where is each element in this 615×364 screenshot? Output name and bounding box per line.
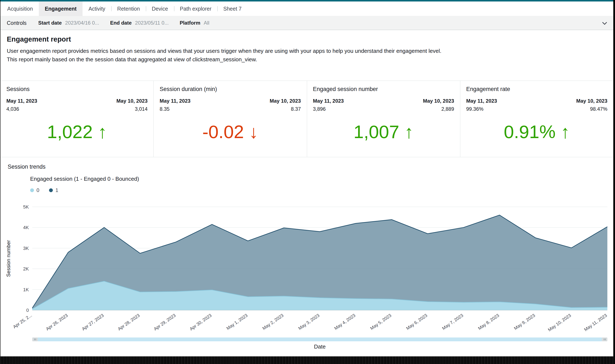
kpi-current-date: May 11, 2023 bbox=[6, 98, 37, 104]
svg-text:2K: 2K bbox=[23, 266, 29, 272]
kpi-delta: 1,022 ↑ bbox=[6, 121, 147, 142]
svg-text:Apr 28, 2023: Apr 28, 2023 bbox=[117, 313, 141, 331]
kpi-card-engaged-sessions: Engaged session number May 11, 2023 3,89… bbox=[307, 81, 460, 157]
svg-text:Apr 25, 2...: Apr 25, 2... bbox=[12, 313, 33, 329]
report-description-line2: This report mainly based on the the sess… bbox=[7, 55, 607, 64]
end-date-value[interactable]: 2023/05/11 0... bbox=[135, 20, 169, 26]
svg-text:Apr 26, 2023: Apr 26, 2023 bbox=[45, 313, 69, 331]
top-accent-strip bbox=[0, 0, 613, 1]
platform-label: Platform bbox=[180, 20, 200, 26]
legend-item-bounced[interactable]: 0 bbox=[30, 187, 39, 193]
start-date-control[interactable]: Start date 2023/04/16 0... bbox=[38, 20, 99, 26]
controls-title: Controls bbox=[7, 20, 26, 26]
scrollbar-grip-left[interactable] bbox=[32, 338, 38, 341]
scrollbar-grip-right[interactable] bbox=[602, 338, 607, 341]
end-date-label: End date bbox=[110, 20, 131, 26]
collapse-controls-button[interactable] bbox=[601, 19, 609, 27]
kpi-current-date: May 11, 2023 bbox=[313, 98, 344, 104]
tab-retention[interactable]: Retention bbox=[111, 1, 146, 16]
kpi-card-sessions: Sessions May 11, 2023 4,036 May 10, 2023… bbox=[0, 81, 153, 157]
session-trends-section: Session trends Engaged session (1 - Enga… bbox=[0, 157, 613, 350]
kpi-delta: -0.02 ↓ bbox=[160, 121, 301, 142]
chart-horizontal-scrollbar[interactable] bbox=[32, 338, 607, 341]
chart-legend: 0 1 bbox=[30, 187, 613, 193]
kpi-previous-date: May 10, 2023 bbox=[116, 98, 147, 104]
svg-text:4K: 4K bbox=[23, 225, 29, 230]
start-date-value[interactable]: 2023/04/16 0... bbox=[65, 20, 99, 26]
legend-label: 1 bbox=[55, 187, 58, 193]
legend-item-engaged[interactable]: 1 bbox=[49, 187, 58, 193]
kpi-title: Session duration (min) bbox=[160, 86, 301, 92]
svg-text:Apr 27, 2023: Apr 27, 2023 bbox=[81, 313, 105, 331]
report-header: Engagement report User engagemetn report… bbox=[0, 30, 613, 81]
report-description-line1: User engagemetn report provides metrics … bbox=[7, 47, 607, 55]
kpi-title: Engaged session number bbox=[313, 86, 454, 92]
x-axis-title: Date bbox=[32, 343, 607, 350]
svg-text:May 2, 2023: May 2, 2023 bbox=[262, 313, 284, 331]
kpi-current-value: 8.35 bbox=[160, 106, 190, 112]
tab-device[interactable]: Device bbox=[146, 1, 174, 16]
section-title: Session trends bbox=[0, 157, 613, 170]
start-date-label: Start date bbox=[38, 20, 62, 26]
end-date-control[interactable]: End date 2023/05/11 0... bbox=[110, 20, 169, 26]
svg-text:May 5, 2023: May 5, 2023 bbox=[369, 313, 392, 331]
svg-text:May 3, 2023: May 3, 2023 bbox=[297, 313, 320, 331]
page-title: Engagement report bbox=[7, 35, 607, 43]
kpi-current-value: 3,896 bbox=[313, 106, 344, 112]
svg-text:May 11, 2023: May 11, 2023 bbox=[583, 313, 608, 332]
svg-text:0: 0 bbox=[26, 308, 29, 313]
tab-activity[interactable]: Activity bbox=[83, 1, 111, 16]
svg-text:May 8, 2023: May 8, 2023 bbox=[477, 313, 500, 331]
scrollbar-thumb[interactable] bbox=[38, 338, 602, 341]
svg-text:3K: 3K bbox=[23, 246, 29, 251]
kpi-current-value: 99.36% bbox=[466, 106, 497, 112]
kpi-previous-value: 98.47% bbox=[576, 106, 607, 112]
tab-engagement[interactable]: Engagement bbox=[39, 1, 83, 16]
platform-value[interactable]: All bbox=[204, 20, 209, 26]
kpi-title: Sessions bbox=[6, 86, 147, 92]
svg-text:May 4, 2023: May 4, 2023 bbox=[333, 313, 356, 331]
kpi-previous-value: 3,014 bbox=[116, 106, 147, 112]
svg-text:May 10, 2023: May 10, 2023 bbox=[547, 313, 572, 332]
bottom-noise-strip bbox=[0, 356, 615, 364]
kpi-row: Sessions May 11, 2023 4,036 May 10, 2023… bbox=[0, 81, 613, 157]
legend-swatch-engaged bbox=[49, 188, 53, 192]
kpi-title: Engagement rate bbox=[466, 86, 607, 92]
svg-text:May 7, 2023: May 7, 2023 bbox=[441, 313, 464, 331]
kpi-previous-value: 2,889 bbox=[423, 106, 454, 112]
chevron-down-icon bbox=[601, 20, 608, 27]
kpi-current-value: 4,036 bbox=[6, 106, 37, 112]
controls-bar: Controls Start date 2023/04/16 0... End … bbox=[0, 16, 613, 30]
svg-text:May 6, 2023: May 6, 2023 bbox=[405, 313, 428, 331]
svg-text:May 1, 2023: May 1, 2023 bbox=[226, 313, 249, 331]
svg-text:5K: 5K bbox=[23, 204, 29, 209]
tab-sheet-7[interactable]: Sheet 7 bbox=[217, 1, 248, 16]
svg-text:May 9, 2023: May 9, 2023 bbox=[513, 313, 536, 331]
kpi-card-engagement-rate: Engagement rate May 11, 2023 99.36% May … bbox=[460, 81, 613, 157]
kpi-current-date: May 11, 2023 bbox=[160, 98, 190, 104]
kpi-current-date: May 11, 2023 bbox=[466, 98, 497, 104]
kpi-previous-date: May 10, 2023 bbox=[576, 98, 607, 104]
kpi-delta: 0.91% ↑ bbox=[466, 121, 607, 142]
svg-text:Session number: Session number bbox=[5, 240, 11, 277]
svg-text:Apr 30, 2023: Apr 30, 2023 bbox=[189, 313, 212, 331]
kpi-previous-value: 8.37 bbox=[270, 106, 301, 112]
kpi-previous-date: May 10, 2023 bbox=[423, 98, 454, 104]
kpi-delta: 1,007 ↑ bbox=[313, 121, 454, 142]
session-trends-area-chart[interactable]: 01K2K3K4K5KApr 25, 2...Apr 26, 2023Apr 2… bbox=[5, 198, 610, 336]
legend-swatch-bounced bbox=[30, 188, 34, 192]
sheet-tabbar: Acquisition Engagement Activity Retentio… bbox=[0, 1, 613, 16]
svg-text:1K: 1K bbox=[23, 287, 29, 292]
chart-title: Engaged session (1 - Engaged 0 - Bounced… bbox=[30, 176, 613, 182]
kpi-card-session-duration: Session duration (min) May 11, 2023 8.35… bbox=[153, 81, 307, 157]
svg-text:Apr 29, 2023: Apr 29, 2023 bbox=[153, 313, 177, 331]
tab-path-explorer[interactable]: Path explorer bbox=[174, 1, 218, 16]
legend-label: 0 bbox=[37, 187, 39, 193]
platform-control[interactable]: Platform All bbox=[180, 20, 209, 26]
kpi-previous-date: May 10, 2023 bbox=[270, 98, 301, 104]
tab-acquisition[interactable]: Acquisition bbox=[1, 1, 39, 16]
dashboard-window: Acquisition Engagement Activity Retentio… bbox=[0, 0, 613, 356]
